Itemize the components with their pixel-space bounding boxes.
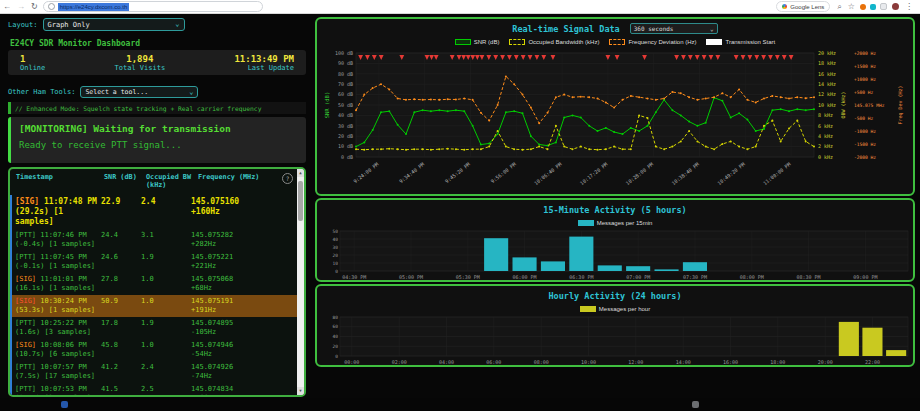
row-bw: 3.1 (141, 231, 191, 249)
scrollbar-thumb[interactable] (298, 181, 303, 221)
svg-text:10:00: 10:00 (581, 359, 596, 365)
table-row[interactable]: [PTT] 11:07:46 PM(-0.4s) [1 samples]24.4… (10, 229, 297, 251)
legend-key (580, 306, 596, 312)
svg-text:2 kHz: 2 kHz (818, 143, 833, 149)
svg-text:40: 40 (333, 334, 339, 339)
svg-text:20 dB: 20 dB (338, 133, 353, 139)
extension-icon-orange[interactable] (860, 4, 866, 10)
enhanced-mode-note: // Enhanced Mode: Squelch state tracking… (8, 102, 306, 114)
svg-text:4 kHz: 4 kHz (818, 133, 833, 139)
legend-key (578, 220, 594, 226)
forward-icon[interactable]: → (17, 0, 25, 13)
signal-table-header: Timestamp SNR (dB) Occupied BW (kHz) Fre… (10, 169, 304, 191)
activity-15min-legend: Messages per 15min (320, 217, 910, 228)
svg-text:11:00:00 PM: 11:00:00 PM (762, 161, 792, 186)
table-row[interactable]: [PTT] 10:25:22 PM(1.6s) [3 samples]17.81… (10, 317, 297, 339)
svg-text:16:00: 16:00 (723, 359, 738, 365)
time-range-select[interactable]: 360 seconds ⌄ (630, 23, 718, 34)
row-bw: 1.0 (141, 341, 191, 359)
svg-text:10 dB: 10 dB (338, 143, 353, 149)
svg-text:08:30 PM: 08:30 PM (797, 274, 821, 280)
svg-text:80 dB: 80 dB (338, 71, 353, 77)
taskbar-app-icon[interactable] (61, 401, 68, 408)
signal-table-body: [SIG] 11:07:48 PM(29.2s) [1 samples]22.9… (10, 195, 297, 395)
address-bar[interactable]: https://e24cy.dxcom.co.th (43, 1, 263, 12)
refresh-icon[interactable]: ↻ (31, 0, 38, 13)
svg-text:8 kHz: 8 kHz (818, 112, 833, 118)
help-icon[interactable]: ? (282, 173, 293, 184)
table-row[interactable]: [PTT] 11:07:45 PM(-0.1s) [1 samples]24.6… (10, 251, 297, 273)
legend-item: Transmission Start (706, 39, 775, 45)
scroll-down-icon[interactable]: ▼ (297, 387, 304, 395)
table-row[interactable]: [SIG] 10:08:06 PM(10.7s) [6 samples]45.8… (10, 339, 297, 361)
tools-select[interactable]: Select a tool... ⌄ (80, 86, 198, 98)
row-frequency: 145.075068 (191, 275, 233, 283)
svg-text:9:56:00 PM: 9:56:00 PM (489, 161, 516, 184)
row-tag: [PTT] (15, 363, 36, 371)
svg-text:20: 20 (333, 344, 339, 349)
google-lens-button[interactable]: Google Lens (776, 1, 830, 12)
chevron-down-icon: ⌄ (175, 22, 179, 27)
svg-text:9:34:40 PM: 9:34:40 PM (398, 161, 425, 184)
row-deviation: -74Hz (191, 372, 295, 381)
site-settings-icon[interactable] (48, 3, 55, 10)
table-row[interactable]: [SIG] 11:07:48 PM(29.2s) [1 samples]22.9… (10, 195, 297, 229)
svg-text:06:00: 06:00 (486, 359, 501, 365)
search-icon[interactable]: ⌕ (837, 0, 841, 13)
row-detail: (1.6s) [3 samples] (15, 328, 101, 337)
table-row[interactable]: [SIG] 11:01:01 PM(16.1s) [1 samples]27.8… (10, 273, 297, 295)
svg-text:05:00 PM: 05:00 PM (399, 274, 423, 280)
row-time: 11:01:01 PM (36, 275, 87, 283)
row-tag: [PTT] (15, 253, 36, 261)
layout-select[interactable]: Graph Only ⌄ (43, 18, 185, 31)
profile-avatar[interactable] (892, 3, 899, 10)
activity-hourly-title: Hourly Activity (24 hours) (548, 291, 681, 301)
activity-hourly-legend: Messages per hour (320, 303, 910, 314)
svg-text:70 dB: 70 dB (338, 81, 353, 87)
row-detail: (-0.1s) [1 samples] (15, 262, 101, 271)
table-scrollbar[interactable]: ▲ ▼ (297, 169, 304, 395)
bookmark-star-icon[interactable]: ☆ (848, 0, 855, 13)
table-row[interactable]: [PTT] 10:07:53 PM(2.7s) [3 samples]41.52… (10, 383, 297, 395)
svg-text:10:49:20 PM: 10:49:20 PM (716, 161, 746, 186)
layout-select-value: Graph Only (48, 21, 90, 29)
google-lens-label: Google Lens (790, 4, 824, 10)
svg-text:60 dB: 60 dB (338, 91, 353, 97)
svg-text:04:30 PM: 04:30 PM (342, 274, 366, 280)
table-row[interactable]: [PTT] 10:07:57 PM(7.5s) [17 samples]41.2… (10, 361, 297, 383)
extension-icon-teal[interactable] (870, 4, 876, 10)
row-tag: [SIG] (15, 341, 36, 349)
back-icon[interactable]: ← (3, 0, 11, 13)
row-snr: 50.9 (101, 297, 141, 315)
svg-text:10:38:40 PM: 10:38:40 PM (670, 161, 700, 186)
downloads-icon[interactable] (880, 3, 887, 10)
row-time: 10:08:06 PM (36, 341, 87, 349)
row-snr: 24.4 (101, 231, 141, 249)
time-range-value: 360 seconds (634, 25, 674, 32)
svg-text:10 kHz: 10 kHz (818, 102, 836, 108)
legend-label: Messages per hour (599, 306, 650, 312)
realtime-signal-panel: Real-time Signal Data 360 seconds ⌄ SNR … (315, 17, 915, 196)
svg-text:50: 50 (333, 229, 339, 234)
signal-panel-head: Real-time Signal Data 360 seconds ⌄ (320, 21, 910, 36)
svg-text:0: 0 (335, 354, 338, 359)
svg-text:05:30 PM: 05:30 PM (456, 274, 480, 280)
activity-hourly-head: Hourly Activity (24 hours) (320, 288, 910, 303)
row-deviation: +282Hz (191, 240, 295, 249)
legend-item: Messages per hour (580, 306, 650, 312)
scroll-up-icon[interactable]: ▲ (297, 169, 304, 177)
monitoring-status-box: [MONITORING] Waiting for transmission Re… (8, 117, 306, 163)
svg-text:6 kHz: 6 kHz (818, 123, 833, 129)
table-row[interactable]: [SIG] 10:30:24 PM(53.3s) [1 samples]50.9… (10, 295, 297, 317)
row-snr: 45.8 (101, 341, 141, 359)
row-bw: 1.9 (141, 319, 191, 337)
row-snr: 41.2 (101, 363, 141, 381)
menu-dots-icon[interactable]: ⋮ (905, 0, 913, 13)
legend-item: SNR (dB) (455, 39, 500, 45)
taskbar-tray-icon[interactable] (692, 401, 699, 408)
row-frequency: 145.074926 (191, 363, 233, 371)
svg-text:18:00: 18:00 (770, 359, 785, 365)
layout-label: Layout: (8, 21, 38, 29)
svg-text:+500 Hz: +500 Hz (854, 90, 874, 95)
row-time: 10:07:57 PM (36, 363, 87, 371)
